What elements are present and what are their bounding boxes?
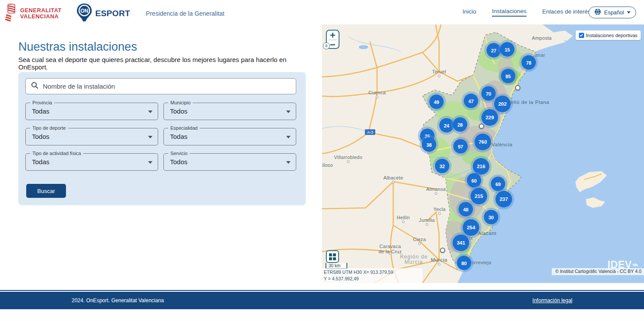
onesport-logo[interactable]: ON ESPORT: [76, 3, 130, 24]
cluster-marker[interactable]: 229: [481, 109, 498, 126]
cluster-marker[interactable]: 237: [495, 191, 512, 207]
city-dot: [438, 212, 441, 215]
city-dot: [392, 181, 395, 183]
gva-logo[interactable]: GENERALITAT VALENCIANA: [4, 3, 62, 24]
filter-tipo-deporte[interactable]: Tipo de deporte Todos: [25, 128, 158, 145]
filter-actividad-fisica[interactable]: Tipo de actividad física Todas: [25, 153, 158, 171]
gva-emblem-icon: [4, 3, 17, 24]
chevron-down-icon: [286, 161, 291, 164]
map-canvas[interactable]: A-3 AmpostaanarCastelló de la PlanaValèn…: [322, 24, 644, 283]
cluster-marker[interactable]: 215: [471, 188, 487, 204]
facility-search-input[interactable]: [43, 83, 291, 90]
city-dot: [402, 221, 405, 223]
filter-provincia[interactable]: Provincia Todas: [25, 103, 158, 120]
city-dot: [347, 160, 350, 163]
cluster-marker[interactable]: 341: [453, 235, 469, 251]
cluster-marker[interactable]: 28: [453, 117, 467, 132]
main-nav: Inicio Instalaciones Enlaces de interés: [463, 0, 591, 24]
cluster-marker[interactable]: 78: [522, 55, 536, 70]
footer-divider: [0, 290, 644, 291]
city-dot: [376, 96, 378, 98]
map-zoom-control: 8: [326, 30, 339, 49]
cluster-marker[interactable]: 15: [500, 42, 515, 57]
map-coordinates-line1: ETRS89 UTM H30 X= 913.379,59: [324, 269, 422, 276]
header: GENERALITAT VALENCIANA ON ESPORT Preside…: [0, 0, 644, 24]
cluster-marker[interactable]: 38: [422, 138, 436, 152]
map-coordinates: ETRS89 UTM H30 X= 913.379,59 Y = 4.537.9…: [322, 268, 422, 283]
filter-municipio-label: Municipio: [168, 100, 193, 105]
header-subtitle: Presidencia de la Generalitat: [146, 10, 225, 17]
cluster-marker[interactable]: 85: [501, 69, 516, 83]
facility-point-marker[interactable]: [479, 124, 484, 129]
filter-servicio-label: Servicio: [168, 151, 190, 156]
informacion-legal-link[interactable]: Información legal: [533, 297, 572, 304]
filter-actividad-fisica-value: Todas: [32, 158, 49, 166]
cluster-marker[interactable]: 47: [464, 94, 478, 108]
nav-item-inicio[interactable]: Inicio: [463, 8, 477, 16]
filter-servicio[interactable]: Servicio Todos: [163, 153, 296, 171]
cluster-marker[interactable]: 32: [435, 159, 450, 173]
footer: 2024. OnEsport. Generalitat Valenciana I…: [0, 292, 644, 309]
search-icon: [31, 82, 38, 91]
cluster-marker[interactable]: 216: [473, 158, 489, 175]
chevron-down-icon: [627, 11, 630, 14]
city-dot: [435, 192, 437, 195]
gva-name-line2: VALENCIANA: [20, 13, 59, 20]
chevron-down-icon: [286, 110, 291, 113]
filter-provincia-label: Provincia: [30, 100, 54, 105]
map-base-layer: A-3: [322, 24, 644, 283]
filter-panel: Provincia Todas Municipio Todos Tipo de …: [18, 72, 306, 205]
city-dot: [438, 75, 440, 77]
cluster-marker[interactable]: 24: [440, 118, 454, 133]
cluster-marker[interactable]: 202: [494, 96, 511, 112]
city-dot: [438, 263, 440, 266]
cluster-marker[interactable]: 27: [487, 43, 501, 58]
cluster-marker[interactable]: 49: [429, 95, 444, 109]
filter-municipio-value: Todos: [170, 107, 187, 115]
cluster-marker[interactable]: 70: [481, 86, 496, 101]
instalaciones-deportivas-toggle[interactable]: Instalaciones deportivas: [575, 30, 641, 40]
cluster-marker[interactable]: 48: [459, 202, 473, 217]
checkbox-checked-icon[interactable]: [579, 33, 584, 38]
onesport-wordmark: ESPORT: [95, 9, 130, 18]
cluster-marker[interactable]: 69: [491, 177, 506, 191]
svg-text:ON: ON: [80, 8, 88, 14]
facility-search-box[interactable]: [25, 78, 296, 94]
filter-especialidad[interactable]: Especialidad Todas: [163, 128, 296, 145]
chevron-down-icon: [148, 110, 152, 113]
map-coordinates-line2: Y = 4.537.992,49: [324, 276, 422, 282]
cluster-marker[interactable]: 30: [484, 210, 499, 224]
gva-name-line1: GENERALITAT: [20, 7, 62, 14]
onesport-pin-icon: ON: [76, 3, 93, 24]
svg-text:A-3: A-3: [367, 130, 373, 135]
zoom-in-button[interactable]: [327, 31, 339, 40]
filter-actividad-fisica-label: Tipo de actividad física: [30, 151, 83, 156]
city-dot: [418, 242, 421, 245]
nav-item-instalaciones[interactable]: Instalaciones: [492, 8, 526, 17]
page-subtitle: Sea cual sea el deporte que quieres prac…: [18, 56, 307, 71]
layer-switcher-button[interactable]: [326, 250, 339, 263]
buscar-button[interactable]: Buscar: [26, 184, 66, 198]
globe-icon: [594, 8, 601, 17]
overlay-toggle-label: Instalaciones deportivas: [586, 33, 637, 38]
chevron-down-icon: [148, 136, 152, 138]
city-dot: [389, 252, 391, 255]
language-selector[interactable]: Español: [589, 7, 636, 18]
filter-provincia-value: Todas: [32, 107, 49, 115]
filter-municipio[interactable]: Municipio Todos: [163, 103, 296, 120]
cluster-marker[interactable]: 760: [474, 134, 491, 150]
facility-point-marker[interactable]: [515, 85, 520, 90]
filter-especialidad-value: Todas: [170, 133, 187, 140]
nav-item-enlaces[interactable]: Enlaces de interés: [542, 8, 591, 16]
chevron-down-icon: [286, 136, 291, 138]
map-attribution: © Institut Cartogràfic Valencià - CC BY …: [552, 268, 644, 275]
facility-point-marker[interactable]: [440, 248, 445, 253]
cluster-marker[interactable]: 80: [457, 256, 471, 270]
chevron-down-icon: [148, 161, 152, 164]
filter-especialidad-label: Especialidad: [168, 125, 200, 131]
cluster-marker[interactable]: 254: [463, 219, 479, 236]
cluster-marker[interactable]: 60: [467, 173, 481, 188]
cluster-marker[interactable]: 97: [454, 139, 468, 154]
footer-copyright: 2024. OnEsport. Generalitat Valenciana: [72, 297, 164, 304]
zoom-level-badge: 8: [323, 42, 330, 49]
